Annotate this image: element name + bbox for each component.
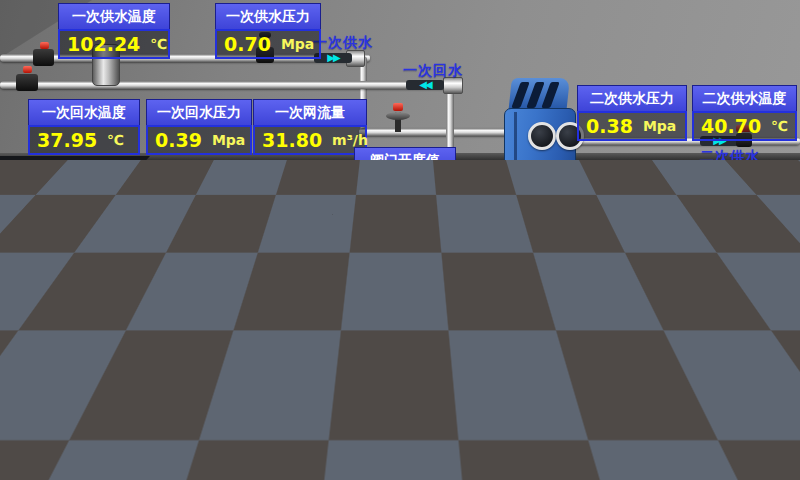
pipe-pump-manifold-bottom xyxy=(432,279,520,287)
gauge-primary-network-flow[interactable]: 一次网流量 31.80 m³/h xyxy=(253,99,367,155)
gauge-secondary-return-press[interactable]: 二次回水压力 0.27 Mpa xyxy=(577,240,687,296)
gauge-title: 一次回水温度 xyxy=(28,99,140,125)
gauge-value-box: 102.24 ℃ xyxy=(58,29,170,59)
hmi-screen: ▶▶ ◀◀ ▶▶ ◀◀ ◀◀ ◀◀ ▶▶ xyxy=(0,0,800,480)
gauge-unit: Hz xyxy=(355,409,375,423)
gauge-tank-level[interactable]: 水箱液位高度 1.10 m³ xyxy=(33,299,141,355)
gauge-value: 31.80 xyxy=(262,131,322,150)
pipe-primary-return xyxy=(0,81,454,89)
pump-display xyxy=(443,202,458,225)
flow-left-icon: ◀◀ xyxy=(518,329,556,339)
gauge-secondary-supply-press[interactable]: 二次供水压力 0.38 Mpa xyxy=(577,85,687,141)
gauge-value: 102.24 xyxy=(67,35,140,54)
flow-left-icon: ◀◀ xyxy=(486,295,524,305)
circulation-pump-1[interactable] xyxy=(420,193,476,279)
pipe-label-primary-supply: 一次供水 xyxy=(313,34,373,52)
gauge-title: 二次回水温度 xyxy=(692,240,797,266)
gauge-value-box: 0.70 Mpa xyxy=(215,29,321,59)
valve-red-cap xyxy=(40,42,49,49)
gauge-primary-supply-press[interactable]: 一次供水压力 0.70 Mpa xyxy=(215,3,321,59)
gauge-value-box: 5.92 % xyxy=(354,173,456,203)
gauge-secondary-return-temp[interactable]: 二次回水温度 36.63 ℃ xyxy=(692,240,797,296)
gauge-makeup-pump-freq[interactable]: 补水泵频率 33.88 Hz xyxy=(276,375,370,431)
gauge-unit: m³/h xyxy=(332,133,368,147)
gauge-title: 一次网流量 xyxy=(253,99,367,125)
gauge-title: 二次供水压力 xyxy=(577,85,687,111)
pump-display xyxy=(508,202,523,225)
gauge-value-box: 36.63 ℃ xyxy=(692,266,797,296)
gauge-unit: ℃ xyxy=(771,274,788,288)
gauge-value-box: 0.27 Mpa xyxy=(577,266,687,296)
valve[interactable] xyxy=(33,49,54,66)
pipe-label-makeup-water: 补水 xyxy=(588,398,618,416)
gauge-value-box: 33.88 Hz xyxy=(276,401,370,431)
makeup-pump-2[interactable] xyxy=(213,384,269,470)
gauge-unit: Mpa xyxy=(281,37,314,51)
drain-valve-body xyxy=(549,313,555,325)
pipe-label-secondary-supply: 二次供水 xyxy=(700,148,760,166)
gauge-value: 33.88 xyxy=(285,407,345,426)
gauge-value-box: 0.39 Mpa xyxy=(146,125,252,155)
pump-display xyxy=(251,317,266,340)
gauge-value-box: 37.95 ℃ xyxy=(28,125,140,155)
gauge-title: 阀门开度值 xyxy=(354,147,456,173)
gauge-value: 1.10 xyxy=(42,331,89,350)
gauge-unit: Mpa xyxy=(643,274,676,288)
gauge-value: 0.70 xyxy=(224,35,271,54)
gauge-title: 一次回水压力 xyxy=(146,99,252,125)
gauge-unit: Mpa xyxy=(643,119,676,133)
control-valve-cap xyxy=(393,103,403,111)
control-valve-wheel[interactable] xyxy=(386,112,410,120)
circulation-pump-2[interactable] xyxy=(485,193,541,279)
hx-port-bottom-right xyxy=(556,192,584,220)
hx-port-top-left xyxy=(528,122,556,150)
gauge-value-box: 1.10 m³ xyxy=(33,325,141,355)
pipe-label-primary-return: 一次回水 xyxy=(403,62,463,80)
gauge-title: 二次供水温度 xyxy=(692,85,797,111)
gauge-title: 水箱液位高度 xyxy=(33,299,141,325)
flange xyxy=(598,323,624,342)
gauge-value: 0.27 xyxy=(586,272,633,291)
gauge-value-box: 40.70 ℃ xyxy=(692,111,797,141)
gauge-unit: % xyxy=(420,181,434,195)
gauge-primary-supply-temp[interactable]: 一次供水温度 102.24 ℃ xyxy=(58,3,170,59)
valve-red-cap xyxy=(23,66,32,73)
gauge-value-box: 31.80 m³/h xyxy=(253,125,367,155)
gauge-valve-opening[interactable]: 阀门开度值 5.92 % xyxy=(354,147,456,203)
drain-valve-cap xyxy=(546,305,557,314)
flow-left-icon: ◀◀ xyxy=(406,80,444,90)
gauge-primary-return-temp[interactable]: 一次回水温度 37.95 ℃ xyxy=(28,99,140,155)
gauge-value: 37.95 xyxy=(37,131,97,150)
gauge-unit: ℃ xyxy=(150,37,167,51)
gauge-unit: m³ xyxy=(99,333,120,347)
flow-right-icon: ▶▶ xyxy=(572,386,610,396)
pump-display xyxy=(236,393,251,416)
gauge-value: 36.63 xyxy=(701,272,761,291)
valve[interactable] xyxy=(16,74,38,91)
gauge-title: 一次供水温度 xyxy=(58,3,170,29)
gauge-value: 0.39 xyxy=(155,131,202,150)
tank-dip-pipe xyxy=(146,350,153,402)
water-tank[interactable] xyxy=(0,250,175,465)
pipe-label-secondary-return: 二次回水 xyxy=(714,301,774,319)
gauge-unit: ℃ xyxy=(107,133,124,147)
gauge-value: 40.70 xyxy=(701,117,761,136)
gauge-unit: ℃ xyxy=(771,119,788,133)
gauge-title: 补水泵频率 xyxy=(276,375,370,401)
gauge-title: 二次回水压力 xyxy=(577,240,687,266)
gauge-title: 一次供水压力 xyxy=(215,3,321,29)
gauge-value-box: 0.38 Mpa xyxy=(577,111,687,141)
gauge-primary-return-press[interactable]: 一次回水压力 0.39 Mpa xyxy=(146,99,252,155)
gauge-value: 0.38 xyxy=(586,117,633,136)
gauge-value: 5.92 xyxy=(363,179,410,198)
gauge-unit: Mpa xyxy=(212,133,245,147)
gauge-secondary-supply-temp[interactable]: 二次供水温度 40.70 ℃ xyxy=(692,85,797,141)
